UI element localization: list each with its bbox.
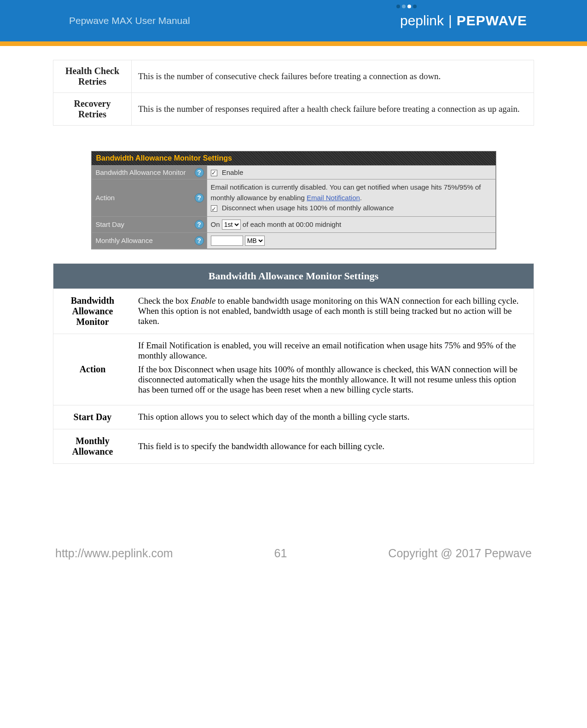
row-key-label: Bandwidth Allowance Monitor: [96, 168, 186, 176]
start-day-suffix: of each month at 00:00 midnight: [243, 220, 341, 228]
settings-row-bam: Bandwidth Allowance Monitor ? Enable: [92, 166, 495, 179]
row-val: MB: [207, 232, 495, 248]
row-text: This is the number of consecutive check …: [132, 60, 534, 93]
row-label: Bandwidth Allowance Monitor: [53, 289, 132, 334]
row-text: Check the box Enable to enable bandwidth…: [132, 289, 534, 334]
brand-dots-icon: [396, 5, 417, 8]
table-row: Start Day This option allows you to sele…: [53, 405, 534, 429]
footer: http://www.peplink.com 61 Copyright @ 20…: [0, 547, 587, 560]
disconnect-checkbox[interactable]: [211, 205, 217, 212]
row-label: Monthly Allowance: [53, 429, 132, 463]
table-row: Health Check Retries This is the number …: [53, 60, 534, 93]
row-text: This field is to specify the bandwidth a…: [132, 429, 534, 463]
row-text: If Email Notification is enabled, you wi…: [132, 334, 534, 405]
desc-table-1: Health Check Retries This is the number …: [53, 60, 534, 126]
page-number: 61: [173, 547, 389, 560]
monthly-allowance-input[interactable]: [211, 236, 243, 246]
table-row: Recovery Retries This is the number of r…: [53, 93, 534, 126]
footer-url: http://www.peplink.com: [55, 547, 173, 560]
row-val: Email notification is currently disabled…: [207, 179, 495, 217]
text-em: Enable: [191, 296, 216, 306]
row-key: Bandwidth Allowance Monitor ?: [92, 166, 207, 179]
row-label: Action: [53, 334, 132, 405]
settings-panel: Bandwidth Allowance Monitor Settings Ban…: [91, 151, 496, 249]
header-title: Pepwave MAX User Manual: [69, 15, 190, 26]
settings-row-monthly: Monthly Allowance ? MB: [92, 232, 495, 248]
row-text: This is the number of responses required…: [132, 93, 534, 126]
help-icon[interactable]: ?: [195, 236, 204, 245]
start-day-select[interactable]: 1st: [222, 220, 241, 230]
text: This option allows you to select which d…: [138, 412, 409, 422]
row-label: Health Check Retries: [53, 60, 132, 93]
enable-checkbox[interactable]: [211, 170, 217, 176]
table-row: Action If Email Notification is enabled,…: [53, 334, 534, 405]
row-key: Action ?: [92, 179, 207, 217]
row-key-label: Action: [96, 194, 115, 202]
footer-copyright: Copyright @ 2017 Pepwave: [388, 547, 532, 560]
orange-divider: [0, 41, 587, 46]
desc-table-2: Bandwidth Allowance Monitor Settings Ban…: [53, 263, 534, 464]
help-icon[interactable]: ?: [195, 193, 204, 202]
settings-row-start-day: Start Day ? On 1st of each month at 00:0…: [92, 216, 495, 232]
header-bar: Pepwave MAX User Manual peplink | PEPWAV…: [0, 0, 587, 41]
row-val: Enable: [207, 166, 495, 179]
settings-panel-title: Bandwidth Allowance Monitor Settings: [92, 151, 496, 165]
brand-pipe: |: [448, 13, 452, 29]
disconnect-label: Disconnect when usage hits 100% of month…: [222, 204, 394, 212]
brand-right: PEPWAVE: [457, 13, 527, 29]
email-notification-link[interactable]: Email Notification: [307, 194, 360, 202]
help-icon[interactable]: ?: [195, 220, 204, 229]
start-day-prefix: On: [211, 220, 220, 228]
brand-left: peplink: [400, 13, 444, 29]
table-row: Bandwidth Allowance Monitor Check the bo…: [53, 289, 534, 334]
text: If the box Disconnect when usage hits 10…: [138, 364, 517, 394]
text: If Email Notification is enabled, you wi…: [138, 341, 516, 360]
row-label: Recovery Retries: [53, 93, 132, 126]
row-val: On 1st of each month at 00:00 midnight: [207, 216, 495, 232]
brand-logo: peplink | PEPWAVE: [400, 13, 527, 29]
row-key-label: Monthly Allowance: [96, 237, 153, 244]
text: This field is to specify the bandwidth a…: [138, 441, 384, 451]
desc2-title: Bandwidth Allowance Monitor Settings: [53, 264, 534, 289]
row-key: Monthly Allowance ?: [92, 232, 207, 248]
enable-label: Enable: [222, 168, 244, 176]
row-key: Start Day ?: [92, 216, 207, 232]
row-label: Start Day: [53, 405, 132, 429]
text: Check the box: [138, 296, 191, 306]
row-key-label: Start Day: [96, 220, 125, 228]
settings-row-action: Action ? Email notification is currently…: [92, 179, 495, 217]
monthly-unit-select[interactable]: MB: [245, 236, 265, 246]
table-row: Monthly Allowance This field is to speci…: [53, 429, 534, 463]
help-icon[interactable]: ?: [195, 168, 204, 177]
action-text-suffix: .: [360, 194, 362, 202]
row-text: This option allows you to select which d…: [132, 405, 534, 429]
